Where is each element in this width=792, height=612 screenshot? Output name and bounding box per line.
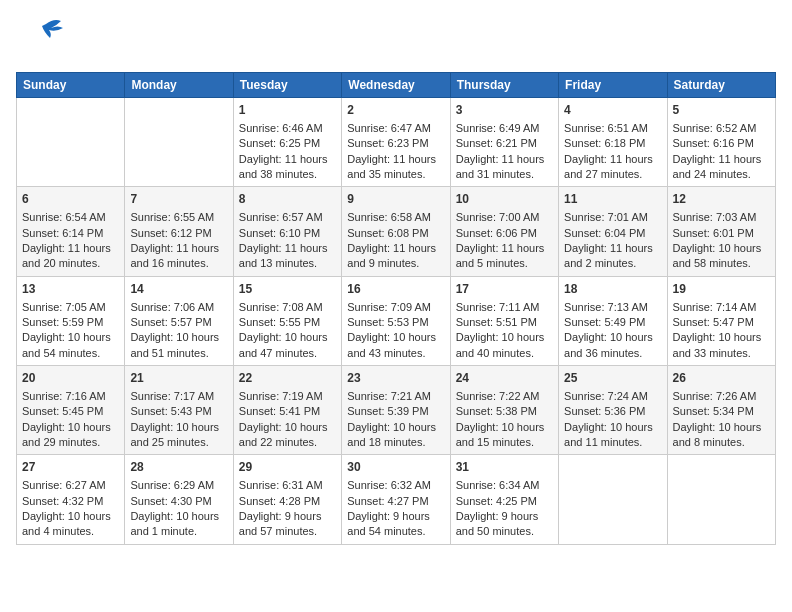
day-info: Daylight: 10 hours and 43 minutes.: [347, 330, 444, 361]
day-info: Sunset: 4:25 PM: [456, 494, 553, 509]
calendar-cell: 27Sunrise: 6:27 AMSunset: 4:32 PMDayligh…: [17, 455, 125, 544]
day-info: Daylight: 10 hours and 33 minutes.: [673, 330, 770, 361]
calendar-cell: 7Sunrise: 6:55 AMSunset: 6:12 PMDaylight…: [125, 187, 233, 276]
day-info: Sunset: 6:12 PM: [130, 226, 227, 241]
day-info: Daylight: 10 hours and 51 minutes.: [130, 330, 227, 361]
day-info: Daylight: 10 hours and 22 minutes.: [239, 420, 336, 451]
day-info: Sunset: 5:43 PM: [130, 404, 227, 419]
calendar-cell: [559, 455, 667, 544]
day-number: 31: [456, 459, 553, 476]
day-info: Daylight: 10 hours and 8 minutes.: [673, 420, 770, 451]
calendar-cell: 29Sunrise: 6:31 AMSunset: 4:28 PMDayligh…: [233, 455, 341, 544]
day-info: Daylight: 10 hours and 1 minute.: [130, 509, 227, 540]
calendar-cell: 9Sunrise: 6:58 AMSunset: 6:08 PMDaylight…: [342, 187, 450, 276]
calendar-cell: 15Sunrise: 7:08 AMSunset: 5:55 PMDayligh…: [233, 276, 341, 365]
calendar-cell: 6Sunrise: 6:54 AMSunset: 6:14 PMDaylight…: [17, 187, 125, 276]
calendar-cell: 3Sunrise: 6:49 AMSunset: 6:21 PMDaylight…: [450, 98, 558, 187]
day-info: Sunrise: 7:08 AM: [239, 300, 336, 315]
day-info: Daylight: 10 hours and 54 minutes.: [22, 330, 119, 361]
day-info: Sunset: 6:25 PM: [239, 136, 336, 151]
day-info: Sunset: 6:08 PM: [347, 226, 444, 241]
calendar-cell: 20Sunrise: 7:16 AMSunset: 5:45 PMDayligh…: [17, 366, 125, 455]
day-number: 27: [22, 459, 119, 476]
day-info: Sunrise: 6:31 AM: [239, 478, 336, 493]
day-number: 19: [673, 281, 770, 298]
day-number: 29: [239, 459, 336, 476]
calendar-cell: 23Sunrise: 7:21 AMSunset: 5:39 PMDayligh…: [342, 366, 450, 455]
calendar-cell: 28Sunrise: 6:29 AMSunset: 4:30 PMDayligh…: [125, 455, 233, 544]
calendar-cell: [667, 455, 775, 544]
day-info: Sunrise: 6:27 AM: [22, 478, 119, 493]
calendar-cell: 19Sunrise: 7:14 AMSunset: 5:47 PMDayligh…: [667, 276, 775, 365]
day-info: Sunrise: 6:51 AM: [564, 121, 661, 136]
day-number: 5: [673, 102, 770, 119]
calendar-week-row: 13Sunrise: 7:05 AMSunset: 5:59 PMDayligh…: [17, 276, 776, 365]
calendar-cell: 10Sunrise: 7:00 AMSunset: 6:06 PMDayligh…: [450, 187, 558, 276]
day-number: 12: [673, 191, 770, 208]
day-info: Sunrise: 7:17 AM: [130, 389, 227, 404]
day-info: Sunrise: 7:06 AM: [130, 300, 227, 315]
calendar-cell: 5Sunrise: 6:52 AMSunset: 6:16 PMDaylight…: [667, 98, 775, 187]
day-info: Sunrise: 6:29 AM: [130, 478, 227, 493]
day-info: Daylight: 9 hours and 54 minutes.: [347, 509, 444, 540]
day-info: Sunset: 4:28 PM: [239, 494, 336, 509]
calendar-week-row: 27Sunrise: 6:27 AMSunset: 4:32 PMDayligh…: [17, 455, 776, 544]
day-info: Sunset: 5:41 PM: [239, 404, 336, 419]
day-number: 1: [239, 102, 336, 119]
day-info: Sunrise: 6:46 AM: [239, 121, 336, 136]
day-number: 13: [22, 281, 119, 298]
day-info: Sunset: 5:36 PM: [564, 404, 661, 419]
day-info: Daylight: 10 hours and 36 minutes.: [564, 330, 661, 361]
day-info: Sunset: 5:34 PM: [673, 404, 770, 419]
day-info: Sunset: 6:16 PM: [673, 136, 770, 151]
day-info: Sunrise: 7:00 AM: [456, 210, 553, 225]
calendar-week-row: 6Sunrise: 6:54 AMSunset: 6:14 PMDaylight…: [17, 187, 776, 276]
day-info: Daylight: 10 hours and 25 minutes.: [130, 420, 227, 451]
day-info: Daylight: 11 hours and 16 minutes.: [130, 241, 227, 272]
day-number: 17: [456, 281, 553, 298]
day-info: Sunset: 6:01 PM: [673, 226, 770, 241]
day-info: Daylight: 11 hours and 5 minutes.: [456, 241, 553, 272]
day-info: Sunrise: 6:54 AM: [22, 210, 119, 225]
day-info: Sunrise: 7:11 AM: [456, 300, 553, 315]
calendar-cell: 30Sunrise: 6:32 AMSunset: 4:27 PMDayligh…: [342, 455, 450, 544]
day-number: 25: [564, 370, 661, 387]
day-info: Sunset: 5:38 PM: [456, 404, 553, 419]
header-thursday: Thursday: [450, 73, 558, 98]
day-number: 9: [347, 191, 444, 208]
calendar-cell: 17Sunrise: 7:11 AMSunset: 5:51 PMDayligh…: [450, 276, 558, 365]
calendar-table: SundayMondayTuesdayWednesdayThursdayFrid…: [16, 72, 776, 545]
day-info: Sunset: 5:53 PM: [347, 315, 444, 330]
day-info: Daylight: 10 hours and 11 minutes.: [564, 420, 661, 451]
day-info: Sunrise: 6:57 AM: [239, 210, 336, 225]
calendar-cell: 12Sunrise: 7:03 AMSunset: 6:01 PMDayligh…: [667, 187, 775, 276]
calendar-cell: 31Sunrise: 6:34 AMSunset: 4:25 PMDayligh…: [450, 455, 558, 544]
day-info: Sunrise: 6:58 AM: [347, 210, 444, 225]
calendar-cell: 25Sunrise: 7:24 AMSunset: 5:36 PMDayligh…: [559, 366, 667, 455]
calendar-header-row: SundayMondayTuesdayWednesdayThursdayFrid…: [17, 73, 776, 98]
header-tuesday: Tuesday: [233, 73, 341, 98]
day-info: Sunrise: 7:03 AM: [673, 210, 770, 225]
day-number: 26: [673, 370, 770, 387]
calendar-cell: 11Sunrise: 7:01 AMSunset: 6:04 PMDayligh…: [559, 187, 667, 276]
day-info: Sunrise: 6:32 AM: [347, 478, 444, 493]
day-number: 28: [130, 459, 227, 476]
day-info: Sunrise: 6:52 AM: [673, 121, 770, 136]
day-info: Sunset: 5:47 PM: [673, 315, 770, 330]
day-info: Sunset: 6:21 PM: [456, 136, 553, 151]
day-number: 14: [130, 281, 227, 298]
day-info: Daylight: 10 hours and 15 minutes.: [456, 420, 553, 451]
day-info: Daylight: 11 hours and 13 minutes.: [239, 241, 336, 272]
day-info: Sunrise: 6:47 AM: [347, 121, 444, 136]
day-number: 2: [347, 102, 444, 119]
day-info: Daylight: 11 hours and 2 minutes.: [564, 241, 661, 272]
calendar-cell: 24Sunrise: 7:22 AMSunset: 5:38 PMDayligh…: [450, 366, 558, 455]
day-info: Daylight: 10 hours and 29 minutes.: [22, 420, 119, 451]
calendar-cell: 21Sunrise: 7:17 AMSunset: 5:43 PMDayligh…: [125, 366, 233, 455]
calendar-week-row: 20Sunrise: 7:16 AMSunset: 5:45 PMDayligh…: [17, 366, 776, 455]
day-info: Daylight: 11 hours and 27 minutes.: [564, 152, 661, 183]
day-info: Sunrise: 7:22 AM: [456, 389, 553, 404]
day-info: Sunset: 5:49 PM: [564, 315, 661, 330]
calendar-cell: 4Sunrise: 6:51 AMSunset: 6:18 PMDaylight…: [559, 98, 667, 187]
day-number: 4: [564, 102, 661, 119]
